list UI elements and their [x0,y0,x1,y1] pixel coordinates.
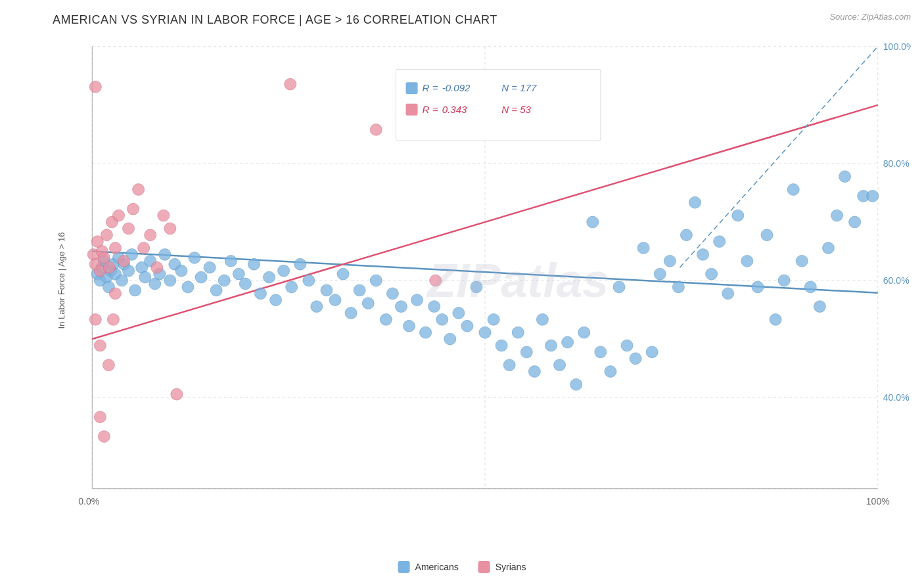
dot-a-84 [664,255,676,267]
dot-a-43 [321,284,333,296]
chart-area: In Labor Force | Age > 16 ZIPatlas .grid… [53,34,911,528]
dot-a-107 [867,190,879,202]
dot-a-52 [395,301,407,313]
dot-a-24 [175,265,187,277]
dot-a-69 [536,313,548,325]
dot-a-32 [233,268,244,280]
dot-a-80 [630,353,641,365]
dot-a-33 [239,278,251,290]
dot-a-79 [621,340,633,351]
dot-a-68 [528,366,540,378]
dot-s-12 [118,255,129,267]
dot-s-19 [158,210,170,221]
dot-a-93 [741,255,753,267]
dot-a-59 [453,307,465,319]
dot-a-64 [496,340,507,351]
dot-a-102 [822,242,834,254]
dot-s-32 [109,288,121,300]
dot-a-100 [804,281,816,293]
dot-s-30 [89,313,101,325]
legend-blue-box [405,82,417,94]
dot-a-61 [471,281,482,293]
dot-a-21 [159,249,171,261]
dot-a-65 [503,359,515,371]
dot-a-71 [554,359,566,371]
dot-a-35 [254,288,266,300]
dot-a-74 [578,327,590,338]
dot-a-22 [164,275,176,286]
dot-a-63 [488,313,499,325]
dot-s-31 [94,340,106,351]
dot-a-46 [345,307,357,319]
dot-a-90 [714,236,726,248]
dot-a-44 [329,294,341,306]
dot-a-45 [337,268,349,280]
x-label-0: 0.0% [78,496,99,507]
dot-a-95 [761,229,773,241]
dot-s-18 [151,261,163,273]
dot-a-77 [605,366,616,378]
dot-a-56 [428,301,440,313]
dot-a-39 [286,281,298,293]
y-label-60: 60.0% [883,275,910,286]
dot-a-25 [182,281,194,293]
chart-legend: Americans Syrians [398,561,526,573]
x-label-100: 100% [866,496,890,507]
legend-label-americans: Americans [415,562,459,572]
dot-a-34 [248,258,260,270]
dot-s-24 [285,78,296,90]
dot-a-67 [520,346,532,358]
dot-a-86 [680,229,692,241]
dot-a-27 [195,271,207,283]
y-label-100: 100.0% [883,41,911,52]
dot-a-104 [839,171,850,183]
dot-s-25 [370,124,382,136]
legend-pink-n: N = 53 [501,104,531,115]
dot-a-55 [420,327,432,338]
legend-label-syrians: Syrians [496,562,526,572]
dot-a-88 [697,249,709,261]
dot-s-17 [145,229,156,241]
dot-s-15 [133,184,145,196]
dot-a-98 [787,184,799,196]
dot-a-101 [814,301,825,313]
dot-a-87 [689,196,701,208]
dot-a-17 [139,271,151,283]
dot-s-20 [164,223,176,235]
dot-a-54 [411,294,423,306]
dot-s-16 [138,242,150,254]
y-label-80: 80.0% [883,158,910,169]
dot-a-72 [562,336,574,348]
dot-a-40 [294,258,306,270]
dot-a-49 [370,275,382,286]
dot-s-23 [94,411,106,423]
y-label-40: 40.0% [883,392,910,403]
dot-a-91 [722,288,734,300]
dot-a-48 [362,298,374,309]
dot-s-14 [127,203,139,215]
legend-item-syrians: Syrians [478,561,526,573]
dot-a-89 [706,268,718,280]
legend-color-americans [398,561,410,573]
dot-s-8 [103,261,115,273]
dot-a-81 [637,242,649,254]
dot-a-28 [204,261,216,273]
dot-a-75 [587,216,599,228]
dot-s-26 [430,275,442,286]
dot-a-26 [189,252,200,263]
dot-a-51 [386,288,398,300]
legend-pink-r-val: 0.343 [442,104,467,115]
dot-a-78 [613,281,625,293]
dot-a-105 [849,216,861,228]
dot-a-58 [444,333,456,345]
dot-a-15 [129,284,141,296]
legend-pink-r: R = [423,104,438,115]
dot-a-82 [646,346,658,358]
dot-a-38 [278,265,290,277]
dot-s-7 [101,229,112,241]
dot-a-47 [354,284,365,296]
dot-a-94 [752,281,764,293]
source-label: Source: ZipAtlas.com [829,12,911,22]
legend-pink-box [405,104,417,116]
dot-s-11 [112,210,124,221]
